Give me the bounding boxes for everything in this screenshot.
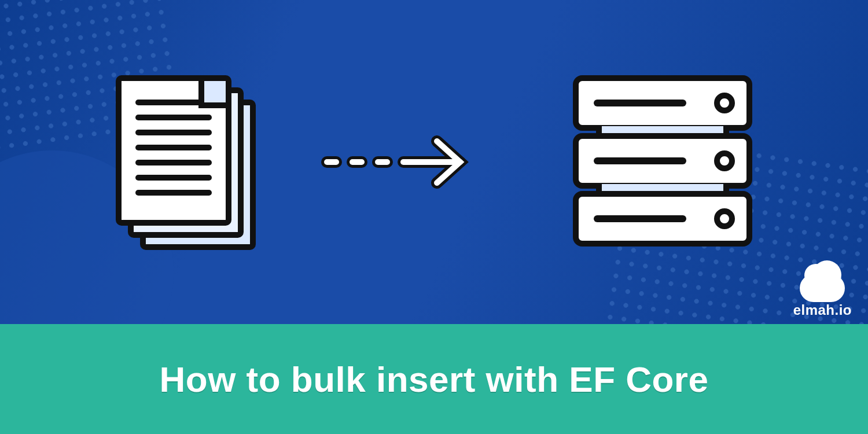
title-band: How to bulk insert with EF Core: [0, 324, 868, 434]
documents-icon: [116, 75, 255, 249]
server-stack-icon: [573, 75, 752, 249]
arrow-right-icon: [315, 133, 512, 191]
hero-illustration: elmah.io: [0, 0, 868, 324]
brand-logo: elmah.io: [793, 274, 852, 318]
diagram: [116, 52, 752, 272]
brand-text: elmah.io: [793, 302, 852, 318]
page-title: How to bulk insert with EF Core: [160, 359, 709, 400]
